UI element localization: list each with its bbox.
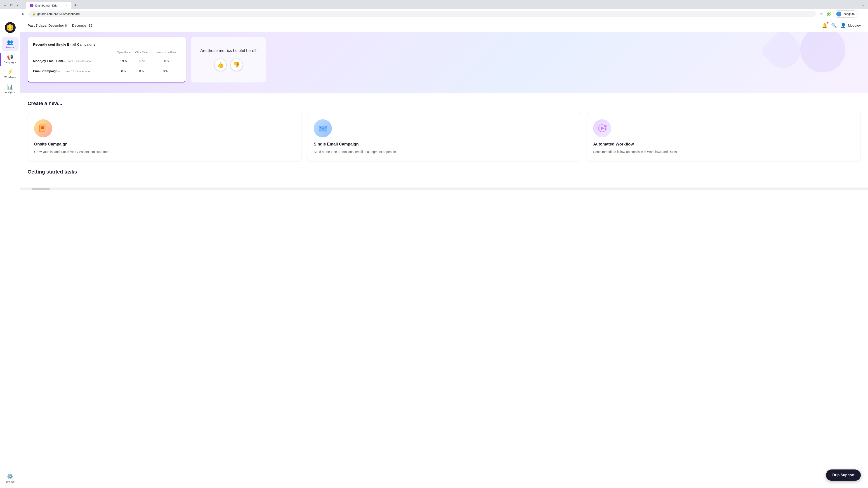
onsite-description: Grow your list and turn drive-by visitor… (34, 149, 295, 154)
user-menu[interactable]: 👤 Moodjoy (840, 23, 861, 28)
date-label: Past 7 days: (28, 24, 48, 27)
drip-support-button[interactable]: Drip Support (826, 469, 861, 481)
search-button[interactable]: 🔍 (831, 23, 837, 28)
col-header-open-rate: Open Rate (114, 51, 133, 56)
campaigns-table: Open Rate Click Rate Unsubscribe Rate Mo… (33, 51, 180, 76)
svg-marker-8 (601, 127, 604, 130)
campaign-time: sent 13 minutes ago (65, 70, 90, 73)
svg-point-9 (604, 125, 607, 127)
create-card-onsite[interactable]: Onsite Campaign Grow your list and turn … (28, 112, 302, 162)
automated-workflow-title: Automated Workflow (593, 142, 854, 147)
sidebar-item-label-workflows: Workflows (4, 76, 16, 78)
minimize-button[interactable]: − (3, 3, 7, 8)
thumbs-up-button[interactable]: 👍 (214, 59, 227, 71)
menu-button[interactable]: ⋮ (859, 11, 865, 17)
svg-rect-5 (319, 126, 327, 131)
browser-actions: ☆ 🧩 I Incognito ⋮ (818, 10, 865, 18)
new-tab-button[interactable]: + (72, 2, 79, 8)
notification-badge (827, 22, 829, 24)
top-actions: 🔔 🔍 👤 Moodjoy (822, 23, 861, 28)
incognito-label: Incognito (843, 12, 855, 15)
automated-workflow-description: Send immediate follow-up emails with Wor… (593, 149, 854, 154)
browser-chrome: − ☐ ✕ 🟣 Dashboard · Drip ✕ + ▼ ← → ↻ 🔒 g… (0, 0, 868, 19)
single-email-description: Send a one-time promotional email to a s… (314, 149, 575, 154)
logo-icon: 😊 (5, 22, 16, 33)
workflows-icon: ⚡ (7, 69, 13, 75)
svg-rect-4 (41, 128, 44, 129)
sidebar-item-label-analytics: Analytics (5, 91, 15, 94)
sidebar-item-label-settings: Settings (6, 480, 15, 483)
drip-logo[interactable]: 😊 (4, 22, 16, 33)
sidebar-item-label-campaigns: Campaigns (4, 61, 17, 64)
sidebar-item-label-people: People (6, 46, 14, 49)
close-button[interactable]: ✕ (16, 3, 20, 8)
lock-icon: 🔒 (32, 12, 35, 15)
campaign-name: Email Campaign - ... (33, 69, 63, 73)
tab-title: Dashboard · Drip (35, 4, 57, 7)
sidebar-item-people[interactable]: 👥 People (2, 37, 19, 51)
onsite-icon (34, 119, 52, 137)
sidebar-item-analytics[interactable]: 📊 Analytics (2, 82, 19, 96)
settings-icon: ⚙️ (7, 474, 13, 480)
tab-favicon: 🟣 (30, 4, 33, 7)
title-bar: − ☐ ✕ 🟣 Dashboard · Drip ✕ + ▼ (0, 0, 868, 9)
campaigns-card-title: Recently sent Single Email Campaigns (33, 42, 180, 46)
sidebar-item-workflows[interactable]: ⚡ Workflows (2, 67, 19, 81)
app-container: 😊 👥 People 📢 Campaigns ⚡ Workflows 📊 Ana… (0, 19, 868, 488)
single-email-icon (314, 119, 332, 137)
campaigns-card: Recently sent Single Email Campaigns Ope… (28, 37, 186, 83)
scroll-thumb[interactable] (32, 188, 50, 190)
horizontal-scrollbar[interactable] (20, 188, 868, 190)
bookmark-button[interactable]: ☆ (818, 11, 825, 17)
onsite-title: Onsite Campaign (34, 142, 295, 147)
maximize-button[interactable]: ☐ (9, 3, 13, 8)
table-row[interactable]: Moodjoy Email Cam... sent 6 minutes ago … (33, 56, 180, 66)
campaign-time: sent 6 minutes ago (68, 60, 91, 63)
back-button[interactable]: ← (3, 11, 9, 17)
top-bar: Past 7 days: December 6 — December 12 🔔 … (20, 19, 868, 32)
main-content: Past 7 days: December 6 — December 12 🔔 … (20, 19, 868, 488)
create-card-single-email[interactable]: Single Email Campaign Send a one-time pr… (307, 112, 581, 162)
getting-started-section: Getting started tasks (20, 169, 868, 188)
open-rate-cell: 0% (114, 66, 133, 76)
active-tab[interactable]: 🟣 Dashboard · Drip ✕ (26, 2, 71, 9)
table-row[interactable]: Email Campaign - ... sent 13 minutes ago… (33, 66, 180, 76)
tab-arrow-down[interactable]: ▼ (861, 3, 865, 8)
create-card-automated-workflow[interactable]: Automated Workflow Send immediate follow… (587, 112, 861, 162)
notification-button[interactable]: 🔔 (822, 23, 828, 28)
open-rate-cell: 29% (114, 56, 133, 66)
extensions-button[interactable]: 🧩 (826, 11, 832, 17)
sidebar-item-settings[interactable]: ⚙️ Settings (2, 471, 19, 485)
create-cards-row: Onsite Campaign Grow your list and turn … (28, 112, 861, 162)
user-icon: 👤 (840, 23, 846, 28)
profile-button[interactable]: I Incognito (833, 10, 858, 18)
hero-content: Recently sent Single Email Campaigns Ope… (28, 37, 861, 83)
thumbs-down-button[interactable]: 👎 (230, 59, 243, 71)
col-header-campaign (33, 51, 114, 56)
omnibar: ← → ↻ 🔒 getdrip.com/7641396/dashboard ☆ … (0, 9, 868, 19)
sidebar-item-campaigns[interactable]: 📢 Campaigns (2, 52, 19, 66)
date-range: Past 7 days: December 6 — December 12 (28, 24, 92, 27)
logo-emoji: 😊 (6, 24, 14, 31)
single-email-title: Single Email Campaign (314, 142, 575, 147)
feedback-card: Are these metrics helpful here? 👍 👎 (191, 37, 266, 83)
feedback-buttons: 👍 👎 (214, 59, 243, 71)
feedback-question: Are these metrics helpful here? (200, 48, 256, 53)
url-text: getdrip.com/7641396/dashboard (37, 12, 80, 15)
user-name: Moodjoy (848, 24, 861, 27)
svg-rect-2 (41, 126, 44, 127)
create-section-title: Create a new... (28, 101, 861, 106)
avatar: I (836, 11, 841, 17)
svg-rect-10 (604, 128, 607, 130)
tab-bar: 🟣 Dashboard · Drip ✕ + (24, 2, 857, 9)
forward-button[interactable]: → (11, 11, 18, 17)
automated-workflow-icon (593, 119, 611, 137)
active-indicator (0, 53, 1, 66)
sidebar: 😊 👥 People 📢 Campaigns ⚡ Workflows 📊 Ana… (0, 19, 20, 488)
unsub-rate-cell: 0% (150, 66, 180, 76)
address-bar[interactable]: 🔒 getdrip.com/7641396/dashboard (29, 11, 816, 17)
hero-area: Recently sent Single Email Campaigns Ope… (20, 32, 868, 93)
tab-close-button[interactable]: ✕ (64, 4, 68, 7)
reload-button[interactable]: ↻ (20, 11, 26, 17)
col-header-unsub-rate: Unsubscribe Rate (150, 51, 180, 56)
